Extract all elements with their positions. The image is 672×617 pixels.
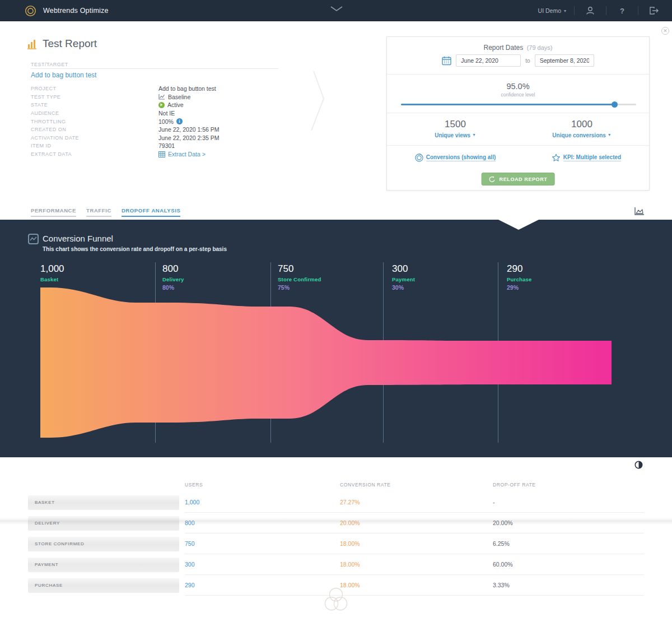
chevron-down-icon: ▾	[564, 8, 566, 13]
step-users: 1,000	[40, 263, 64, 275]
help-button[interactable]: ?	[614, 7, 630, 15]
table-grid-icon	[158, 151, 165, 157]
conversion-funnel-section: Conversion Funnel This chart shows the c…	[0, 220, 672, 457]
area-chart-icon[interactable]	[634, 206, 645, 216]
dropoff-table: USERS CONVERSION RATE DROP-OFF RATE BASK…	[28, 477, 644, 596]
unique-conversions-stat: 1000 Unique conversions ▼	[526, 119, 638, 138]
confidence-slider-track[interactable]	[401, 104, 636, 105]
unique-views-dropdown[interactable]: Unique views ▼	[399, 132, 511, 138]
table-header-row: USERS CONVERSION RATE DROP-OFF RATE	[28, 477, 644, 492]
meta-row-test-type: TEST TYPE Baseline	[31, 93, 283, 101]
test-target-label: TEST/TARGET	[31, 62, 68, 67]
row-label: PURCHASE	[35, 583, 63, 588]
user-menu[interactable]: UI Demo ▾	[538, 7, 566, 14]
star-icon	[552, 154, 561, 162]
nav-chevron-down-icon[interactable]	[329, 5, 344, 12]
decorative-chevron	[307, 67, 328, 134]
date-from-input[interactable]	[456, 54, 521, 67]
confidence-slider-handle[interactable]	[612, 101, 618, 108]
report-days: (79 days)	[527, 44, 553, 51]
reload-report-button[interactable]: RELOAD REPORT	[482, 173, 555, 185]
meta-label: TEST TYPE	[31, 94, 158, 100]
users-value[interactable]: 290	[185, 575, 340, 596]
table-row: PAYMENT 300 18.00% 60.00%	[28, 554, 644, 575]
tab-performance[interactable]: PERFORMANCE	[31, 207, 76, 217]
nav-right: UI Demo ▾ ?	[538, 0, 662, 21]
meta-row-created-on: CREATED ON June 22, 2020 1:56 PM	[31, 126, 283, 134]
bar-chart-icon	[27, 38, 39, 50]
step-users: 300	[392, 263, 415, 275]
account-button[interactable]	[582, 6, 598, 16]
users-value[interactable]: 300	[185, 554, 340, 575]
tab-traffic[interactable]: TRAFFIC	[86, 207, 111, 217]
meta-row-project: PROJECT Add to bag button test	[31, 85, 283, 93]
step-users: 750	[278, 263, 321, 275]
unique-views-stat: 1500 Unique views ▼	[399, 119, 511, 138]
row-label: BASKET	[35, 500, 55, 505]
funnel-step-store-confirmed: 750 Store Confirmed 75%	[278, 263, 321, 291]
date-to-input[interactable]	[535, 54, 594, 67]
close-circle-icon[interactable]: ✕	[661, 27, 669, 35]
confidence-slider-fill	[401, 104, 615, 105]
user-menu-label: UI Demo	[538, 7, 561, 14]
funnel-subtitle: This chart shows the conversion rate and…	[43, 246, 227, 252]
divider	[574, 6, 575, 15]
meta-value: Active	[167, 101, 184, 108]
test-target-link[interactable]: Add to bag button test	[31, 71, 96, 79]
date-range-row: to	[387, 54, 649, 67]
step-name: Basket	[40, 276, 64, 282]
meta-label: CREATED ON	[31, 127, 158, 132]
row-label-pill: STORE CONFIRMED	[28, 537, 179, 551]
calendar-icon[interactable]	[442, 56, 451, 66]
conversion-rate-value: 18.00%	[340, 534, 493, 554]
confidence-value: 95.0%	[387, 82, 649, 91]
brand-logo-icon	[25, 5, 36, 17]
funnel-step-delivery: 800 Delivery 80%	[162, 263, 184, 291]
meta-label: PROJECT	[31, 86, 158, 91]
top-nav: Webtrends Optimize UI Demo ▾ ?	[0, 0, 672, 21]
row-label: STORE CONFIRMED	[35, 541, 85, 546]
extract-data-link[interactable]: Extract Data >	[158, 151, 206, 157]
meta-label: ACTIVATION DATE	[31, 135, 158, 141]
meta-value: 100%	[158, 118, 174, 125]
meta-value: Add to bag button test	[158, 85, 216, 92]
users-value[interactable]: 1,000	[185, 492, 340, 513]
funnel-chart[interactable]	[40, 287, 612, 438]
divider	[387, 113, 649, 113]
header-conversion-rate: CONVERSION RATE	[340, 482, 493, 488]
conversions-link[interactable]: Conversions (showing all)	[415, 154, 496, 162]
meta-list: PROJECT Add to bag button test TEST TYPE…	[31, 85, 283, 158]
dropoff-rate-value: 3.33%	[493, 575, 644, 596]
step-users: 800	[162, 263, 184, 275]
chevron-down-icon: ▼	[472, 133, 476, 137]
header-users: USERS	[185, 482, 340, 488]
tab-dropoff-analysis[interactable]: DROPOFF ANALYSIS	[122, 207, 181, 217]
kpi-link[interactable]: KPI: Multiple selected	[552, 154, 621, 162]
test-report-page: Webtrends Optimize UI Demo ▾ ?	[0, 0, 672, 617]
unique-conversions-dropdown[interactable]: Unique conversions ▼	[526, 132, 638, 138]
step-name: Delivery	[162, 276, 184, 282]
dropoff-rate-value: 6.25%	[493, 534, 644, 554]
play-icon	[158, 102, 165, 108]
kpi-link-label: KPI: Multiple selected	[563, 154, 621, 161]
conversion-rate-value: 27.27%	[340, 492, 493, 513]
panel-title: Report Dates (79 days)	[387, 44, 649, 52]
funnel-title: Conversion Funnel	[43, 234, 113, 243]
brand[interactable]: Webtrends Optimize	[25, 0, 109, 21]
unique-views-value: 1500	[399, 119, 511, 130]
reload-icon	[489, 176, 496, 183]
meta-value: June 22, 2020 2:35 PM	[158, 134, 220, 141]
conversion-rate-value: 18.00%	[340, 554, 493, 575]
theme-contrast-icon[interactable]	[634, 461, 643, 469]
info-icon[interactable]: i	[176, 118, 183, 124]
users-value[interactable]: 750	[185, 534, 340, 554]
divider	[638, 6, 638, 15]
meta-row-state: STATE Active	[31, 101, 283, 109]
help-icon: ?	[620, 7, 624, 15]
panel-links-row: Conversions (showing all) KPI: Multiple …	[387, 154, 649, 162]
divider	[387, 74, 649, 75]
meta-value: Not IE	[158, 110, 175, 117]
logout-icon	[649, 6, 659, 15]
header-dropoff-rate: DROP-OFF RATE	[493, 482, 644, 488]
logout-button[interactable]	[646, 6, 662, 15]
